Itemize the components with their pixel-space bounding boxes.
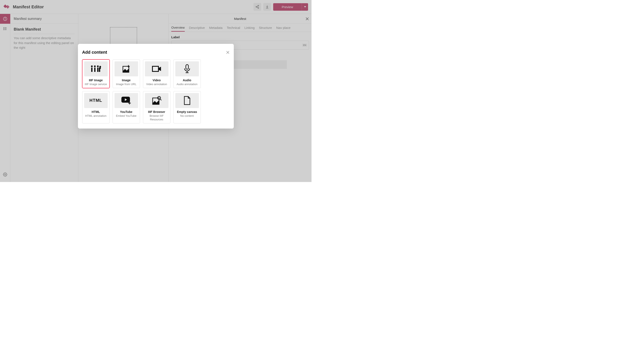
- tile-sub: Image from URL: [114, 82, 138, 86]
- tile-title: Audio: [175, 79, 199, 82]
- svg-rect-33: [186, 65, 188, 69]
- iiif-icon: [84, 61, 108, 76]
- tile-title: IIIF Image: [84, 79, 108, 82]
- tile-iiif-image[interactable]: IIIF Image IIIF Image service: [82, 60, 110, 88]
- tile-youtube[interactable]: YouTube Embed YouTube: [113, 91, 140, 123]
- content-tiles: IIIF Image IIIF Image service Image Imag…: [82, 60, 229, 123]
- image-plus-icon: [114, 61, 138, 76]
- svg-point-22: [91, 65, 93, 67]
- iiif-browse-icon: [145, 93, 169, 108]
- tile-audio[interactable]: Audio Audio annotation: [173, 60, 201, 88]
- tile-sub: Embed YouTube: [114, 114, 138, 118]
- svg-rect-25: [94, 68, 95, 72]
- tile-title: Empty canvas: [175, 110, 199, 114]
- html-icon: HTML: [84, 93, 108, 108]
- tile-title: Video: [145, 79, 169, 82]
- svg-point-26: [97, 65, 99, 67]
- tile-video[interactable]: Video Video annotation: [143, 60, 170, 88]
- tile-sub: Browse IIIF Resources: [145, 114, 169, 121]
- tile-sub: HTML annotation: [84, 114, 108, 118]
- tile-title: IIIF Browser: [145, 110, 169, 114]
- mic-icon: [175, 61, 199, 76]
- tile-sub: Audio annotation: [175, 82, 199, 86]
- svg-rect-27: [97, 68, 98, 72]
- tile-title: HTML: [84, 110, 108, 114]
- modal-header: Add content: [82, 50, 229, 55]
- video-icon: [145, 61, 169, 76]
- tile-sub: No content: [175, 114, 199, 118]
- tile-iiif-browser[interactable]: IIIF Browser Browse IIIF Resources: [143, 91, 170, 123]
- svg-rect-23: [91, 68, 92, 72]
- tile-empty-canvas[interactable]: Empty canvas No content: [173, 91, 201, 123]
- svg-rect-31: [153, 66, 158, 71]
- modal-overlay[interactable]: Add content IIIF Image IIIF Image servic…: [0, 0, 312, 182]
- tile-title: YouTube: [114, 110, 138, 114]
- svg-line-42: [160, 99, 161, 100]
- youtube-icon: [114, 93, 138, 108]
- svg-point-24: [94, 65, 96, 67]
- tile-image[interactable]: Image Image from URL: [113, 60, 140, 88]
- file-icon: [175, 93, 199, 108]
- modal-title: Add content: [82, 50, 107, 55]
- modal-close-icon[interactable]: [226, 51, 229, 54]
- add-content-modal: Add content IIIF Image IIIF Image servic…: [78, 44, 234, 128]
- tile-html[interactable]: HTML HTML HTML annotation: [82, 91, 110, 123]
- tile-title: Image: [114, 79, 138, 82]
- tile-sub: Video annotation: [145, 82, 169, 86]
- tile-sub: IIIF Image service: [84, 82, 108, 86]
